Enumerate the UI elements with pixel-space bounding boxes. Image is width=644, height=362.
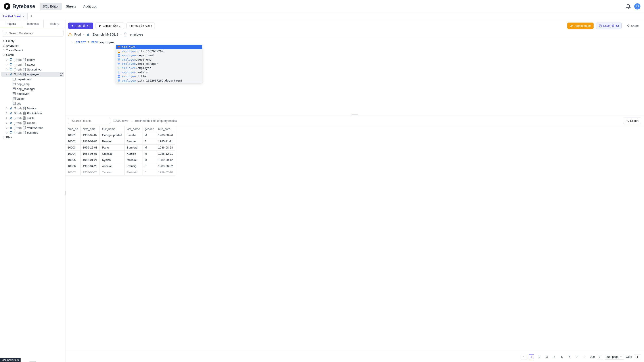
results-grid[interactable]: emp_nobirth_datefirst_namelast_namegende… [66, 126, 644, 351]
sidebar-tab-instances[interactable]: Instances [22, 20, 44, 28]
bc-db[interactable]: employee [130, 33, 143, 36]
unsaved-dot-icon [23, 16, 24, 17]
content-area: Run (⌘+↩) Explain (⌘+E) Format (⇧+⌥+F) A… [66, 20, 644, 362]
sidebar-search[interactable] [2, 30, 64, 36]
tree-group[interactable]: Trash-Tenant [1, 48, 64, 53]
tree-database[interactable]: (Prod)Saleor [1, 62, 64, 67]
brand-logo[interactable]: Bytebase [4, 3, 35, 10]
table-row[interactable]: 100051955-01-21KyoichiMaliniakM1989-09-1… [66, 157, 175, 163]
tree-table[interactable]: title [1, 101, 64, 106]
format-button[interactable]: Format (⇧+⌥+F) [126, 22, 155, 29]
share-button[interactable]: Share [624, 23, 641, 29]
autocomplete-item[interactable]: employee.dept_manager [116, 62, 202, 66]
table-row[interactable]: 100031959-12-03PartoBamfordM1986-08-28 [66, 145, 175, 151]
explain-button[interactable]: Explain (⌘+E) [96, 22, 124, 29]
page-number[interactable]: 4 [552, 355, 556, 359]
page-size-select[interactable]: 50 / page [605, 354, 624, 360]
page-number[interactable]: 6 [568, 355, 572, 359]
tree-database[interactable]: (Prod)Monica [1, 106, 64, 111]
sidebar-tab-projects[interactable]: Projects [0, 20, 22, 28]
tree-table[interactable]: dept_manager [1, 86, 64, 91]
page-number[interactable]: 5 [560, 355, 564, 359]
bc-instance[interactable]: Example MySQL 8 [92, 33, 118, 36]
page-number[interactable]: 3 [545, 355, 549, 359]
svg-point-19 [23, 131, 26, 132]
table-row[interactable]: 100021964-02-06BezalelSimmelF1985-11-21 [66, 138, 175, 145]
autocomplete-item[interactable]: employee.department [116, 53, 202, 57]
tree-table[interactable]: employee [1, 91, 64, 96]
tree-database[interactable]: (Prod)employee [1, 72, 64, 77]
sidebar-search-input[interactable] [9, 31, 61, 35]
nav-sql-editor[interactable]: SQL Editor [40, 3, 62, 10]
page-next-button[interactable] [597, 354, 603, 360]
database-icon [22, 131, 26, 134]
autocomplete-item[interactable]: employee_pitr_1662607269.department [116, 78, 202, 83]
tree-group[interactable]: Empty [1, 39, 64, 43]
tree-database[interactable]: (Prod)PhotoPrism [1, 111, 64, 116]
user-avatar[interactable]: LJ [634, 3, 640, 9]
horizontal-splitter[interactable] [66, 114, 644, 116]
page-number[interactable]: 200 [590, 355, 595, 359]
tree-group[interactable]: Play [1, 135, 64, 140]
svg-point-4 [23, 58, 26, 59]
page-number[interactable]: ··· [582, 355, 586, 359]
column-header[interactable]: hire_date [156, 126, 176, 132]
goto-input[interactable] [634, 354, 641, 359]
notifications-icon[interactable] [626, 4, 631, 9]
svg-rect-28 [118, 63, 120, 65]
page-number[interactable]: 7 [575, 355, 579, 359]
svg-rect-13 [13, 102, 16, 105]
save-button[interactable]: Save (⌘+S) [596, 22, 622, 29]
sql-editor[interactable]: 1 SELECT * FROM employee employeeemploye… [66, 39, 644, 114]
mysql-icon [9, 121, 13, 125]
tree-database[interactable]: (Prod)Spacedrive [1, 67, 64, 72]
sidebar-tab-history[interactable]: History [44, 20, 65, 28]
tree-database[interactable]: (Prod)Umami [1, 120, 64, 125]
bc-env[interactable]: Prod [74, 33, 81, 36]
column-header[interactable]: last_name [124, 126, 142, 132]
column-header[interactable]: gender [142, 126, 156, 132]
database-icon [22, 63, 26, 66]
table-icon [12, 97, 16, 100]
results-search[interactable] [68, 118, 110, 124]
sidebar-resize-handle[interactable] [64, 191, 66, 195]
external-link-icon[interactable] [60, 72, 63, 76]
column-header[interactable]: first_name [100, 126, 124, 132]
autocomplete-item[interactable]: employee.salary [116, 70, 202, 74]
database-icon [22, 106, 26, 110]
tree-group[interactable]: Useful [1, 53, 64, 57]
column-header[interactable]: emp_no [66, 126, 80, 132]
table-row[interactable]: 100071957-05-23TzvetanZielinskiF1989-02-… [66, 169, 175, 175]
tree-database[interactable]: (Prod)bbdev [1, 57, 64, 62]
svg-point-6 [23, 68, 26, 69]
table-row[interactable]: 100041954-05-01ChirstianKoblickM1986-12-… [66, 151, 175, 157]
autocomplete-item[interactable]: employee.title [116, 74, 202, 78]
tree-group[interactable]: SysBench [1, 43, 64, 48]
tree-table[interactable]: dept_emp [1, 81, 64, 86]
tree-database[interactable]: (Prod)postgres [1, 130, 64, 135]
page-prev-button[interactable] [521, 354, 527, 360]
autocomplete-item[interactable]: employee [116, 45, 202, 49]
autocomplete-item[interactable]: employee_pitr_1662607269 [116, 49, 202, 53]
tree-database[interactable]: (Prod)sakila [1, 116, 64, 120]
autocomplete-item[interactable]: employee.employee [116, 66, 202, 70]
tree-table[interactable]: department [1, 77, 64, 81]
nav-audit-log[interactable]: Audit Log [80, 3, 100, 10]
export-button[interactable]: Export [623, 118, 641, 124]
nav-sheets[interactable]: Sheets [63, 3, 80, 10]
results-search-input[interactable] [72, 119, 109, 122]
run-button[interactable]: Run (⌘+↩) [68, 22, 93, 29]
tree-database[interactable]: (Prod)VaultWarden [1, 125, 64, 130]
editor-body[interactable]: SELECT * FROM employee [66, 39, 644, 45]
column-header[interactable]: birth_date [80, 126, 100, 132]
tree-table[interactable]: salary [1, 96, 64, 101]
sheet-tab-active[interactable]: Untitled Sheet [0, 13, 28, 20]
new-sheet-button[interactable]: + [28, 14, 36, 18]
admin-mode-button[interactable]: Admin mode [567, 22, 594, 29]
goto-label: Goto [626, 355, 632, 359]
autocomplete-item[interactable]: employee.dept_emp [116, 57, 202, 62]
page-number[interactable]: 1 [529, 354, 534, 359]
table-row[interactable]: 100061953-04-20AnnekePreusigF1989-06-02 [66, 163, 175, 169]
table-row[interactable]: 100011953-09-02Georgi-updatedFacelloM198… [66, 132, 175, 138]
page-number[interactable]: 2 [538, 355, 542, 359]
